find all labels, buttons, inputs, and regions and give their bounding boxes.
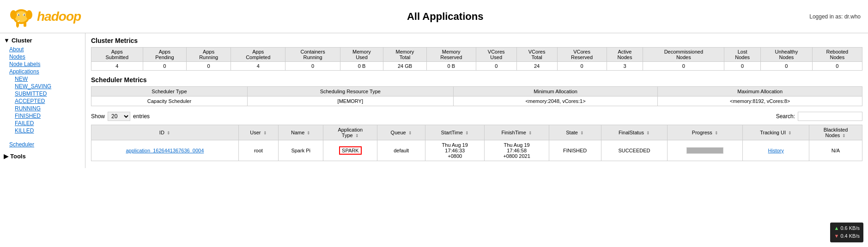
hadoop-elephant-icon xyxy=(7,4,35,29)
sched-val-type: Capacity Scheduler xyxy=(91,96,248,106)
entries-select[interactable]: 10 20 50 100 xyxy=(108,112,130,121)
logo-area: hadoop xyxy=(7,4,81,29)
val-memory-reserved: 0 B xyxy=(426,62,476,71)
triangle-icon: ▼ xyxy=(4,37,10,44)
svg-point-1 xyxy=(15,11,28,22)
apps-col-progress[interactable]: Progress ⇕ xyxy=(668,125,743,140)
val-vcores-total: 24 xyxy=(516,62,557,71)
apps-col-type[interactable]: ApplicationType ⇕ xyxy=(323,125,377,140)
app-progress-cell xyxy=(668,140,743,161)
app-tracking-ui-cell: History xyxy=(743,140,809,161)
apps-col-state[interactable]: State ⇕ xyxy=(549,125,601,140)
sched-col-resource-type: Scheduling Resource Type xyxy=(247,87,453,96)
applications-table: ID ⇕ User ⇕ Name ⇕ ApplicationType ⇕ Que… xyxy=(91,125,862,161)
tracking-ui-link[interactable]: History xyxy=(768,148,784,153)
app-queue-cell: default xyxy=(377,140,425,161)
col-rebooted-nodes: RebootedNodes xyxy=(812,48,862,62)
show-entries-right: Search: xyxy=(776,112,862,121)
triangle-right-icon: ▶ xyxy=(4,153,8,160)
val-rebooted-nodes: 0 xyxy=(812,62,862,71)
col-apps-completed: AppsCompleted xyxy=(231,48,285,62)
app-blacklisted-cell: N/A xyxy=(809,140,862,161)
val-lost-nodes: 0 xyxy=(724,62,761,71)
app-final-status-cell: SUCCEEDED xyxy=(601,140,668,161)
show-entries-left: Show 10 20 50 100 entries xyxy=(91,112,150,121)
apps-col-final-status[interactable]: FinalStatus ⇕ xyxy=(601,125,668,140)
sidebar-item-applications[interactable]: Applications xyxy=(4,68,81,75)
hadoop-logo-text: hadoop xyxy=(37,9,81,24)
sidebar-item-new[interactable]: NEW xyxy=(4,75,81,83)
sidebar-item-running[interactable]: RUNNING xyxy=(4,105,81,112)
val-apps-completed: 4 xyxy=(231,62,285,71)
val-memory-total: 24 GB xyxy=(383,62,427,71)
show-entries-row: Show 10 20 50 100 entries Search: xyxy=(91,112,862,121)
apps-col-id[interactable]: ID ⇕ xyxy=(91,125,239,140)
val-apps-running: 0 xyxy=(187,62,231,71)
apps-col-user[interactable]: User ⇕ xyxy=(238,125,278,140)
sched-val-min-alloc: <memory:2048, vCores:1> xyxy=(453,96,658,106)
col-unhealthy-nodes: UnhealthyNodes xyxy=(761,48,813,62)
tools-section-title[interactable]: ▶ Tools xyxy=(4,153,81,160)
search-input[interactable] xyxy=(798,112,862,121)
apps-col-finish-time[interactable]: FinishTime ⇕ xyxy=(485,125,549,140)
val-apps-submitted: 4 xyxy=(91,62,143,71)
svg-rect-9 xyxy=(24,22,26,27)
sidebar-item-node-labels[interactable]: Node Labels xyxy=(4,60,81,68)
val-vcores-used: 0 xyxy=(476,62,516,71)
apps-col-name[interactable]: Name ⇕ xyxy=(279,125,323,140)
apps-col-tracking-ui[interactable]: Tracking UI ⇕ xyxy=(743,125,809,140)
sidebar-item-submitted[interactable]: SUBMITTED xyxy=(4,90,81,97)
col-decommissioned-nodes: DecommissionedNodes xyxy=(643,48,724,62)
sched-val-max-alloc: <memory:8192, vCores:8> xyxy=(658,96,862,106)
cluster-metrics-row: 4 0 0 4 0 0 B 24 GB 0 B 0 24 0 3 0 0 0 0 xyxy=(91,62,862,71)
main-layout: ▼ Cluster About Nodes Node Labels Applic… xyxy=(0,33,868,168)
col-apps-running: AppsRunning xyxy=(187,48,231,62)
apps-col-blacklisted[interactable]: BlacklistedNodes ⇕ xyxy=(809,125,862,140)
sidebar-item-accepted[interactable]: ACCEPTED xyxy=(4,97,81,105)
app-type-value: SPARK xyxy=(339,146,361,155)
apps-col-queue[interactable]: Queue ⇕ xyxy=(377,125,425,140)
content-area: Cluster Metrics AppsSubmitted AppsPendin… xyxy=(85,33,868,168)
app-id-link[interactable]: application_1626441367636_0004 xyxy=(126,148,204,153)
app-user-cell: root xyxy=(238,140,278,161)
cluster-metrics-title: Cluster Metrics xyxy=(91,37,862,44)
col-vcores-reserved: VCoresReserved xyxy=(557,48,607,62)
svg-point-2 xyxy=(10,10,17,19)
apps-col-start-time[interactable]: StartTime ⇕ xyxy=(425,125,485,140)
val-containers-running: 0 xyxy=(285,62,340,71)
app-finish-time-cell: Thu Aug 19 17:46:58 +0800 2021 xyxy=(485,140,549,161)
val-decommissioned-nodes: 0 xyxy=(643,62,724,71)
page-title: All Applications xyxy=(81,11,809,23)
sidebar-item-failed[interactable]: FAILED xyxy=(4,120,81,127)
sidebar-item-killed[interactable]: KILLED xyxy=(4,127,81,134)
col-active-nodes: ActiveNodes xyxy=(607,48,643,62)
show-label: Show xyxy=(91,113,105,120)
col-memory-used: MemoryUsed xyxy=(340,48,383,62)
scheduler-metrics-table: Scheduler Type Scheduling Resource Type … xyxy=(91,86,862,106)
header: hadoop All Applications Logged in as: dr… xyxy=(0,0,868,33)
app-type-cell: SPARK xyxy=(323,140,377,161)
sidebar-item-nodes[interactable]: Nodes xyxy=(4,53,81,60)
sidebar-item-new-saving[interactable]: NEW_SAVING xyxy=(4,83,81,90)
val-vcores-reserved: 0 xyxy=(557,62,607,71)
table-row: application_1626441367636_0004 root Spar… xyxy=(91,140,862,161)
progress-bar-fill xyxy=(687,148,723,153)
sidebar-item-finished[interactable]: FINISHED xyxy=(4,112,81,120)
scheduler-metrics-row: Capacity Scheduler [MEMORY] <memory:2048… xyxy=(91,96,862,106)
svg-point-7 xyxy=(24,14,24,15)
col-vcores-used: VCoresUsed xyxy=(476,48,516,62)
col-vcores-total: VCoresTotal xyxy=(516,48,557,62)
svg-rect-8 xyxy=(16,22,19,27)
col-apps-pending: AppsPending xyxy=(143,48,187,62)
app-id-cell: application_1626441367636_0004 xyxy=(91,140,239,161)
cluster-section-title[interactable]: ▼ Cluster xyxy=(4,37,81,44)
val-active-nodes: 3 xyxy=(607,62,643,71)
col-lost-nodes: LostNodes xyxy=(724,48,761,62)
sidebar-item-scheduler[interactable]: Scheduler xyxy=(4,141,81,148)
user-info: Logged in as: dr.who xyxy=(809,13,861,20)
search-label: Search: xyxy=(776,113,795,120)
val-unhealthy-nodes: 0 xyxy=(761,62,813,71)
sidebar: ▼ Cluster About Nodes Node Labels Applic… xyxy=(0,33,85,168)
svg-point-6 xyxy=(18,14,19,15)
sidebar-item-about[interactable]: About xyxy=(4,46,81,53)
